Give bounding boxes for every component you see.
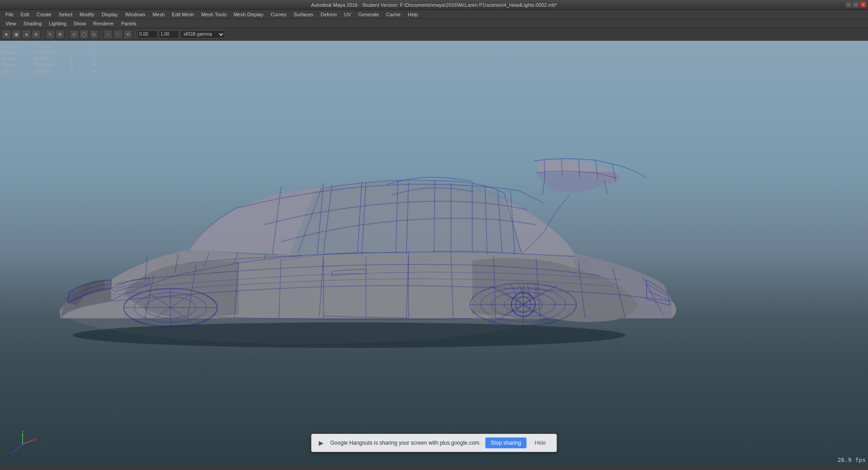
faces-label: Faces:: [2, 56, 25, 62]
hangouts-icon: ▶: [319, 439, 326, 446]
menu-deform[interactable]: Deform: [317, 11, 340, 18]
toolbar-btn-6[interactable]: ⊠: [56, 30, 65, 39]
toolbar-btn-12[interactable]: ⟲: [123, 30, 132, 39]
window-controls: ─ □ ✕: [845, 1, 866, 8]
hide-notification-button[interactable]: Hide: [531, 437, 550, 448]
title-bar: Autodesk Maya 2016 - Student Version: F:…: [0, 0, 868, 10]
toolbar-sep-1: [43, 30, 43, 39]
menu-create[interactable]: Create: [33, 11, 55, 18]
verts-z2: 0: [93, 43, 106, 49]
edges-value: 1511372: [34, 50, 61, 56]
svg-line-84: [23, 440, 34, 444]
toolbar-btn-2[interactable]: ▣: [12, 30, 21, 39]
toolbar-btn-5[interactable]: ✎: [46, 30, 55, 39]
toolbar-btn-3[interactable]: ◈: [22, 30, 31, 39]
edges-z2: 0: [93, 50, 106, 56]
tris-value: 1343164: [34, 62, 61, 68]
window-title: Autodesk Maya 2016 - Student Version: F:…: [4, 2, 864, 8]
toolbar: ■ ▣ ◈ ⊞ ✎ ⊠ ⊙ ◯ ◎ ↔ ↕ ⟲ sRGB gamma: [0, 28, 868, 41]
menu-generate[interactable]: Generate: [354, 11, 382, 18]
menu-lighting[interactable]: Lighting: [45, 20, 70, 27]
verts-z1: 0: [70, 43, 84, 49]
faces-z2: 0: [93, 56, 106, 62]
menu-edit-mesh[interactable]: Edit Mesh: [168, 11, 198, 18]
notification-bar: ▶ Google Hangouts is sharing your screen…: [311, 434, 557, 452]
menu-file[interactable]: File: [2, 11, 17, 18]
menu-surfaces[interactable]: Surfaces: [290, 11, 317, 18]
toolbar-btn-10[interactable]: ↔: [104, 30, 113, 39]
toolbar-btn-9[interactable]: ◎: [90, 30, 99, 39]
menu-mesh-display[interactable]: Mesh Display: [230, 11, 267, 18]
menu-view[interactable]: View: [2, 20, 20, 27]
toolbar-btn-7[interactable]: ⊙: [70, 30, 79, 39]
faces-value: 826572: [34, 56, 61, 62]
menu-uv[interactable]: UV: [340, 11, 354, 18]
toolbar-value-2[interactable]: [159, 30, 179, 38]
svg-text:Z: Z: [10, 451, 13, 455]
menu-shading[interactable]: Shading: [20, 20, 45, 27]
fps-counter: 26.9 fps: [837, 456, 866, 463]
edges-label: Edges:: [2, 50, 25, 56]
menu-panels[interactable]: Panels: [118, 20, 140, 27]
toolbar-btn-8[interactable]: ◯: [80, 30, 89, 39]
menu-help[interactable]: Help: [404, 11, 422, 18]
menu-mesh-tools[interactable]: Mesh Tools: [198, 11, 230, 18]
menu-mesh[interactable]: Mesh: [149, 11, 168, 18]
tris-z1: 0: [70, 62, 84, 68]
menu-cache[interactable]: Cache: [382, 11, 404, 18]
menu-edit[interactable]: Edit: [17, 11, 33, 18]
faces-z1: 0: [70, 56, 84, 62]
tris-label: Tris:: [2, 62, 25, 68]
toolbar-btn-1[interactable]: ■: [2, 30, 11, 39]
toolbar-sep-4: [135, 30, 135, 39]
uvs-label: UVs:: [2, 69, 25, 75]
edges-z1: 0: [70, 50, 84, 56]
tris-z2: 0: [93, 62, 106, 68]
verts-label: Verts:: [2, 43, 25, 49]
axis-indicator: X Y Z: [9, 431, 36, 459]
menu-windows[interactable]: Windows: [122, 11, 149, 18]
close-button[interactable]: ✕: [860, 1, 866, 8]
toolbar-btn-11[interactable]: ↕: [113, 30, 123, 39]
menu-select[interactable]: Select: [55, 11, 76, 18]
verts-value: 775930: [34, 43, 61, 49]
uvs-z2: 0: [93, 69, 106, 75]
svg-line-81: [542, 180, 545, 195]
svg-text:X: X: [34, 437, 36, 442]
toolbar-sep-3: [101, 30, 101, 39]
svg-line-86: [13, 444, 23, 452]
svg-text:Y: Y: [22, 431, 24, 433]
stop-sharing-button[interactable]: Stop sharing: [485, 437, 526, 448]
menu-renderer[interactable]: Renderer: [90, 20, 118, 27]
menu-bar-1: File Edit Create Select Modify Display W…: [0, 10, 868, 19]
menu-curves[interactable]: Curves: [267, 11, 290, 18]
menu-show[interactable]: Show: [70, 20, 90, 27]
stats-overlay: Verts: 775930 0 0 Edges: 1511372 0 0 Fac…: [2, 43, 106, 75]
uvs-z1: 0: [70, 69, 84, 75]
notification-text: Google Hangouts is sharing your screen w…: [330, 440, 481, 446]
car-wireframe: [0, 63, 868, 403]
gamma-dropdown[interactable]: sRGB gamma: [180, 30, 225, 38]
maximize-button[interactable]: □: [853, 1, 859, 8]
svg-point-83: [73, 322, 625, 348]
menu-bar-2: View Shading Lighting Show Renderer Pane…: [0, 19, 868, 28]
menu-modify[interactable]: Modify: [76, 11, 98, 18]
toolbar-sep-2: [67, 30, 67, 39]
menu-display[interactable]: Display: [98, 11, 122, 18]
toolbar-btn-4[interactable]: ⊞: [32, 30, 41, 39]
toolbar-value-1[interactable]: [137, 30, 158, 38]
viewport[interactable]: Verts: 775930 0 0 Edges: 1511372 0 0 Fac…: [0, 41, 868, 465]
uvs-value: 581650: [34, 69, 61, 75]
minimize-button[interactable]: ─: [845, 1, 852, 8]
